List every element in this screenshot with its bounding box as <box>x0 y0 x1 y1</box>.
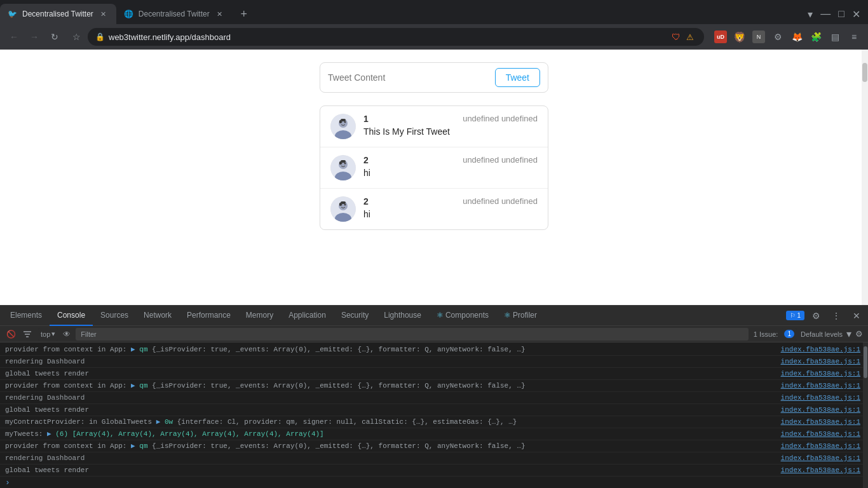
forward-button[interactable]: → <box>25 28 43 46</box>
devtools-tab-sources[interactable]: Sources <box>93 306 136 326</box>
page-scrollbar[interactable] <box>862 50 868 305</box>
page-scrollbar-thumb[interactable] <box>862 63 867 82</box>
reload-button[interactable]: ↻ <box>46 28 64 46</box>
console-file-6[interactable]: index.fba538ae.js:1 <box>781 405 863 415</box>
svg-rect-6 <box>339 120 341 123</box>
devtools-tab-components-label: Components <box>445 311 489 320</box>
tweet-item-2: 2 undefined undefined hi <box>320 147 548 189</box>
tab-1[interactable]: 🐦 Decentralised Twitter ✕ <box>0 4 116 24</box>
default-levels-select[interactable]: Default levels <box>801 330 843 338</box>
console-clear-button[interactable]: 🚫 <box>5 329 17 340</box>
eye-button[interactable]: 👁 <box>63 330 71 339</box>
new-tab-button[interactable]: + <box>235 5 253 23</box>
tweets-container: 1 undefined undefined This Is My First T… <box>320 105 548 230</box>
bookmark-button[interactable]: ☆ <box>67 28 85 46</box>
ext-ublockorigin[interactable]: uD <box>712 28 729 46</box>
ext-unknown-2[interactable]: 🦊 <box>788 28 806 46</box>
console-prompt[interactable]: › <box>0 477 868 488</box>
avatar-3 <box>330 196 356 222</box>
console-line-4: provider from context in App: ▶ qm {_isP… <box>0 380 868 392</box>
console-file-3[interactable]: index.fba538ae.js:1 <box>781 369 863 379</box>
tweet-input[interactable] <box>328 72 490 83</box>
issues-label: 1 Issue: <box>754 330 778 338</box>
console-text-7: myContractProvider: in GlobalTweets ▶ 0w… <box>5 417 778 427</box>
console-line-9: provider from context in App: ▶ qm {_isP… <box>0 440 868 452</box>
svg-rect-20 <box>339 203 341 206</box>
console-file-11[interactable]: index.fba538ae.js:1 <box>781 465 863 475</box>
console-toolbar: 🚫 top ▾ 👁 1 Issue: 1 Default levels ▾ ⚙ <box>0 326 868 342</box>
tweet-body-3: 2 undefined undefined hi <box>363 196 538 219</box>
console-settings-button[interactable]: ⚙ <box>855 329 863 339</box>
maximize-button[interactable]: □ <box>836 6 847 22</box>
tab-2[interactable]: 🌐 Decentralised Twitter ✕ <box>116 4 233 24</box>
ext-sidebar[interactable]: ▤ <box>826 28 844 46</box>
console-file-4[interactable]: index.fba538ae.js:1 <box>781 381 863 391</box>
tab-2-title: Decentralised Twitter <box>139 10 210 18</box>
devtools-tab-performance-label: Performance <box>187 311 231 320</box>
devtools-tab-application[interactable]: Application <box>281 306 334 326</box>
console-text-10: rendering Dashboard <box>5 453 778 463</box>
console-line-10: rendering Dashboard index.fba538ae.js:1 <box>0 452 868 464</box>
tweet-button[interactable]: Tweet <box>495 68 540 87</box>
tab-2-close[interactable]: ✕ <box>215 9 225 19</box>
console-filter-input[interactable] <box>76 328 749 341</box>
tweet-body-2: 2 undefined undefined hi <box>363 155 538 178</box>
address-bar[interactable]: 🔒 web3twitter.netlify.app/dashboard 🛡 ⚠ <box>88 28 704 46</box>
devtools-tab-components[interactable]: ⚛ Components <box>429 306 496 326</box>
devtools-more-button[interactable]: ⋮ <box>827 307 845 325</box>
console-scrollbar-thumb[interactable] <box>864 346 867 378</box>
devtools-tab-lighthouse[interactable]: Lighthouse <box>376 306 429 326</box>
console-line-1: provider from context in App: ▶ qm {_isP… <box>0 344 868 356</box>
console-text-11: global tweets render <box>5 465 778 475</box>
devtools-tab-security[interactable]: Security <box>334 306 376 326</box>
tab-list-button[interactable]: ▾ <box>805 6 815 23</box>
devtools-tab-profiler-label: Profiler <box>513 311 537 320</box>
console-line-5: rendering Dashboard index.fba538ae.js:1 <box>0 392 868 404</box>
console-file-8[interactable]: index.fba538ae.js:1 <box>781 429 863 439</box>
console-line-7: myContractProvider: in GlobalTweets ▶ 0w… <box>0 416 868 428</box>
console-text-9: provider from context in App: ▶ qm {_isP… <box>5 441 778 451</box>
console-filter-icon[interactable] <box>22 329 33 340</box>
window-controls: ▾ — □ ✕ <box>805 6 868 23</box>
ext-metamask[interactable]: ⚙ <box>769 28 787 46</box>
default-levels-chevron: ▾ <box>846 328 851 340</box>
ext-puzzle[interactable]: 🧩 <box>807 28 825 46</box>
console-text-3: global tweets render <box>5 369 778 379</box>
devtools-tab-performance[interactable]: Performance <box>179 306 238 326</box>
brave-shield-icon[interactable]: 🛡 <box>670 30 682 43</box>
console-file-10[interactable]: index.fba538ae.js:1 <box>781 453 863 463</box>
devtools-tab-console[interactable]: Console <box>50 306 93 326</box>
avatar-2 <box>330 155 356 180</box>
devtools-settings-button[interactable]: ⚙ <box>807 307 825 325</box>
console-file-9[interactable]: index.fba538ae.js:1 <box>781 441 863 451</box>
devtools-tab-memory[interactable]: Memory <box>238 306 281 326</box>
brave-alert-icon[interactable]: ⚠ <box>684 30 696 43</box>
console-file-5[interactable]: index.fba538ae.js:1 <box>781 393 863 403</box>
context-select-chevron: ▾ <box>51 330 55 338</box>
navigation-bar: ← → ↻ ☆ 🔒 web3twitter.netlify.app/dashbo… <box>0 24 868 50</box>
console-file-2[interactable]: index.fba538ae.js:1 <box>781 356 863 367</box>
devtools-close-button[interactable]: ✕ <box>848 307 865 325</box>
browser-menu[interactable]: ≡ <box>845 28 863 46</box>
console-text-2: rendering Dashboard <box>5 356 778 367</box>
console-file-1[interactable]: index.fba538ae.js:1 <box>781 344 863 355</box>
console-scrollbar[interactable] <box>863 342 868 488</box>
issues-badge: 1 <box>782 328 797 341</box>
context-select[interactable]: top ▾ <box>38 328 58 341</box>
back-button[interactable]: ← <box>5 28 23 46</box>
minimize-button[interactable]: — <box>818 6 833 22</box>
devtools-tab-network[interactable]: Network <box>136 306 179 326</box>
ext-brave-rewards[interactable]: 🦁 <box>731 28 749 46</box>
close-button[interactable]: ✕ <box>850 6 863 23</box>
svg-rect-12 <box>341 160 346 163</box>
tweet-item-3: 2 undefined undefined hi <box>320 189 548 229</box>
devtools-tab-elements[interactable]: Elements <box>3 306 50 326</box>
tab-1-title: Decentralised Twitter <box>22 10 93 18</box>
toolbar-right: uD 🦁 N ⚙ 🦊 🧩 ▤ ≡ <box>712 28 863 46</box>
tab-1-close[interactable]: ✕ <box>98 9 109 19</box>
tweet-header-1: 1 undefined undefined <box>363 114 538 124</box>
tweet-header-2: 2 undefined undefined <box>363 155 538 165</box>
ext-unknown-1[interactable]: N <box>750 28 768 46</box>
console-file-7[interactable]: index.fba538ae.js:1 <box>781 417 863 427</box>
devtools-tab-profiler[interactable]: ⚛ Profiler <box>496 306 545 326</box>
